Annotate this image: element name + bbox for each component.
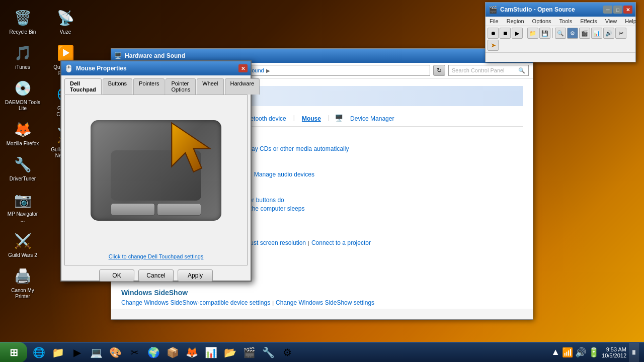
mouse-ok-button[interactable]: OK <box>99 269 134 282</box>
cp-search-placeholder: Search Control Panel <box>452 67 505 73</box>
camstudio-settings-button[interactable]: ⚙ <box>567 28 578 39</box>
camstudio-menu-region[interactable]: Region <box>505 18 526 25</box>
touchpad-buttons <box>111 203 201 216</box>
taskbar-icon-chrome[interactable]: 🌍 <box>144 343 163 361</box>
cp-window-icon: 🖥️ <box>114 52 122 59</box>
sound-manage-link[interactable]: Manage audio devices <box>254 171 314 178</box>
camstudio-record-button[interactable]: ⏺ <box>488 28 499 39</box>
mouse-properties-dialog: 🖱️ Mouse Properties ✕ Dell Touchpad Butt… <box>60 60 252 282</box>
guild-wars-label: Guild Wars 2 <box>8 252 37 258</box>
clock-area[interactable]: 9:53 AM 10/5/2012 <box>602 346 626 358</box>
display-sep2: | <box>308 240 309 246</box>
show-desktop-icon: ▓ <box>632 350 635 354</box>
tab-wheel[interactable]: Wheel <box>197 78 223 95</box>
camstudio-open-button[interactable]: 📁 <box>527 28 538 39</box>
camstudio-close-button[interactable]: ✕ <box>623 6 632 14</box>
sideshow-settings-link[interactable]: Change Windows SideShow settings <box>276 299 374 306</box>
camstudio-edit-button[interactable]: ✂ <box>615 28 626 39</box>
taskbar-icon-explorer[interactable]: 💻 <box>87 343 105 361</box>
tab-dell-touchpad[interactable]: Dell Touchpad <box>64 78 102 95</box>
tab-pointer-options[interactable]: Pointer Options <box>166 78 196 95</box>
mouse-tabs: Dell Touchpad Buttons Pointers Pointer O… <box>61 75 251 95</box>
cp-search-icon: 🔍 <box>518 67 525 74</box>
desktop-icon-guild-wars[interactable]: ⚔️ Guild Wars 2 <box>5 231 40 258</box>
taskbar-icon-ie[interactable]: 🌐 <box>30 343 48 361</box>
sideshow-compatible-link[interactable]: Change Windows SideShow-compatible devic… <box>121 299 270 306</box>
taskbar-icon-tool2[interactable]: ⚙ <box>278 343 296 361</box>
desktop-icon-firefox[interactable]: 🦊 Mozilla Firefox <box>5 119 40 147</box>
camstudio-menu-help[interactable]: Help <box>623 18 638 25</box>
taskbar-icon-snipping[interactable]: ✂ <box>125 343 143 361</box>
sideshow-wakeup-link[interactable]: Change PC wakeup settings <box>259 308 335 309</box>
display-projector-link[interactable]: Connect to a projector <box>311 239 371 246</box>
sideshow-sep1: | <box>272 300 274 306</box>
show-desktop-button[interactable]: ▓ <box>629 343 639 362</box>
camstudio-save-button[interactable]: 💾 <box>539 28 550 39</box>
firefox-label: Mozilla Firefox <box>7 141 39 147</box>
taskbar-icon-folder[interactable]: 📁 <box>49 343 67 361</box>
sideshow-links-2: Change the order of Windows SideShow gad… <box>121 308 523 309</box>
touchpad-settings-link[interactable]: Click to change Dell Touchpad settings <box>109 253 204 259</box>
cp-refresh-button[interactable]: ↻ <box>433 65 445 76</box>
tab-buttons[interactable]: Buttons <box>103 78 132 95</box>
start-button[interactable]: ⊞ <box>0 342 27 363</box>
daemon-tools-label: DAEMON Tools Lite <box>5 100 40 112</box>
cp-breadcrumb-sep2: ▶ <box>266 68 270 73</box>
camstudio-stop-button[interactable]: ⏹ <box>500 28 511 39</box>
desktop-icon-recycle-bin[interactable]: 🗑️ Recycle Bin <box>5 8 40 35</box>
camstudio-menu-tools[interactable]: Tools <box>557 18 575 25</box>
tab-pointers[interactable]: Pointers <box>133 78 165 95</box>
taskbar-icon-archive[interactable]: 📦 <box>164 343 182 361</box>
taskbar-icon-paint[interactable]: 🎨 <box>106 343 124 361</box>
clock-date: 10/5/2012 <box>602 352 626 358</box>
sideshow-links-1: Change Windows SideShow-compatible devic… <box>121 299 523 306</box>
mouse-link[interactable]: Mouse <box>300 114 323 123</box>
camstudio-menu-effects[interactable]: Effects <box>578 18 599 25</box>
camstudio-minimize-button[interactable]: ─ <box>603 6 612 14</box>
desktop-icon-itunes[interactable]: 🎵 iTunes <box>5 43 40 70</box>
desktop-icon-vuze[interactable]: 📡 Vuze <box>48 8 83 35</box>
tray-battery-icon[interactable]: 🔋 <box>588 347 599 358</box>
device-manager-link[interactable]: Device Manager <box>348 114 396 123</box>
tray-volume-icon[interactable]: 🔊 <box>575 347 586 358</box>
desktop-icon-driver-tuner[interactable]: 🔧 DriverTuner <box>5 154 40 182</box>
taskbar-icon-movie[interactable]: 🎬 <box>240 343 258 361</box>
camstudio-menu-view[interactable]: View <box>603 18 619 25</box>
taskbar-icon-media[interactable]: ▶ <box>68 343 86 361</box>
canon-icon: 🖨️ <box>13 266 33 286</box>
desktop-icon-daemon-tools[interactable]: 💿 DAEMON Tools Lite <box>5 78 40 112</box>
camstudio-play-button[interactable]: ▶ <box>512 28 523 39</box>
taskbar-icon-tool1[interactable]: 🔧 <box>259 343 277 361</box>
sideshow-title: Windows SideShow <box>121 289 523 297</box>
tray-network-icon[interactable]: 📶 <box>562 347 573 358</box>
camstudio-arrow-button[interactable]: ➤ <box>488 40 499 51</box>
mouse-dialog-close-button[interactable]: ✕ <box>238 64 248 72</box>
camstudio-menubar: File Region Options Tools Effects View H… <box>486 17 635 26</box>
camstudio-menu-file[interactable]: File <box>488 18 501 25</box>
camstudio-camera-button[interactable]: 🎬 <box>579 28 590 39</box>
tray-expand-icon[interactable]: ▲ <box>551 347 560 357</box>
desktop-icon-mp-navigator[interactable]: 📷 MP Navigator ... <box>5 190 40 223</box>
mouse-apply-button[interactable]: Apply <box>178 269 213 282</box>
taskbar-icon-files[interactable]: 📂 <box>221 343 239 361</box>
guild-wars-icon: ⚔️ <box>13 231 33 251</box>
taskbar-icons: 🌐 📁 ▶ 💻 🎨 ✂ 🌍 📦 🦊 📊 📂 🎬 🔧 ⚙ <box>27 343 546 361</box>
camstudio-stats-button[interactable]: 📊 <box>591 28 602 39</box>
camstudio-separator-2 <box>552 28 553 38</box>
camstudio-maximize-button[interactable]: □ <box>613 6 622 14</box>
tab-hardware[interactable]: Hardware <box>225 78 260 95</box>
device-manager-icon: 🖥️ <box>335 114 343 123</box>
mouse-cancel-button[interactable]: Cancel <box>138 269 174 282</box>
daemon-tools-icon: 💿 <box>13 78 33 98</box>
camstudio-zoom-button[interactable]: 🔍 <box>555 28 566 39</box>
desktop-icon-canon[interactable]: 🖨️ Canon My Printer <box>5 266 40 300</box>
autoplay-cds-link[interactable]: Play CDs or other media automatically <box>246 145 349 152</box>
camstudio-audio-button[interactable]: 🔊 <box>603 28 614 39</box>
taskbar-icon-firefox[interactable]: 🦊 <box>183 343 201 361</box>
camstudio-titlebar[interactable]: 🎬 CamStudio - Open Source ─ □ ✕ <box>486 3 635 17</box>
camstudio-menu-options[interactable]: Options <box>530 18 553 25</box>
taskbar-icon-powerpoint[interactable]: 📊 <box>202 343 220 361</box>
sideshow-order-link[interactable]: Change the order of Windows SideShow gad… <box>121 308 253 309</box>
mouse-dialog-titlebar[interactable]: 🖱️ Mouse Properties ✕ <box>61 61 251 75</box>
cp-search-box[interactable]: Search Control Panel 🔍 <box>448 65 529 76</box>
